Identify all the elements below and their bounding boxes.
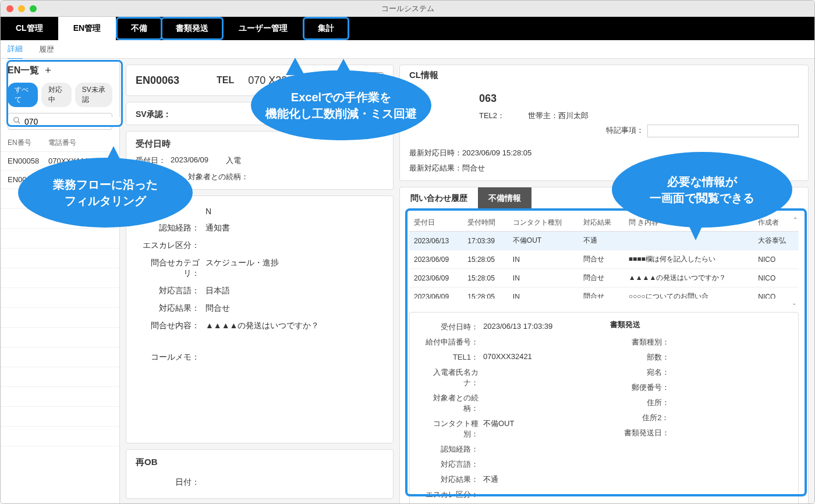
filter-sv-unapproved[interactable]: SV未承認: [75, 83, 112, 107]
list-item[interactable]: [1, 249, 119, 268]
tab-cl[interactable]: CL管理: [1, 17, 58, 40]
filter-in-progress[interactable]: 対応中: [41, 83, 72, 107]
chevron-down-icon[interactable]: ⌄: [409, 299, 799, 307]
tel-label: TEL: [217, 75, 234, 86]
search-box[interactable]: ✕: [8, 113, 112, 130]
sub-nav: 詳細 履歴: [1, 40, 814, 59]
search-icon: [13, 116, 21, 126]
list-item[interactable]: [1, 407, 119, 427]
col-en: EN番号: [8, 138, 48, 148]
tab-fubi-info[interactable]: 不備情報: [478, 187, 531, 210]
list-item[interactable]: [1, 367, 119, 387]
reob-panel: 再OB 日付：: [126, 449, 394, 499]
shorui-title: 書類発送: [610, 320, 789, 330]
svg-line-1: [18, 122, 20, 124]
list-item[interactable]: [1, 308, 119, 328]
table-row[interactable]: 2023/06/0915:28:05IN問合せ■■■■欄は何を記入したらいNIC…: [409, 250, 799, 269]
list-item[interactable]: [1, 328, 119, 347]
en-fields-panel: N 認知経路：通知書 エスカレ区分： 問合せカテゴリ：スケジュール・進捗 対応言…: [126, 196, 394, 443]
close-icon[interactable]: [6, 5, 13, 12]
list-item[interactable]: [1, 229, 119, 249]
list-item[interactable]: [1, 268, 119, 288]
window-controls: [6, 5, 37, 12]
chevron-up-icon[interactable]: ⌃: [793, 216, 798, 223]
sidebar: EN一覧 + すべて 対応中 SV未承認 ✕ EN番号 電: [1, 59, 120, 504]
top-nav: CL管理 EN管理 不備 書類発送 ユーザー管理 集計: [1, 17, 814, 40]
table-row[interactable]: 2023/06/0915:28:05IN問合せ○○○○についてのお問い合NICO: [409, 288, 799, 299]
list-item[interactable]: [1, 427, 119, 446]
window-title: コールシステム: [381, 3, 434, 14]
callout-bubble: Excelでの手作業を 機能化し工数削減・ミス回避: [251, 70, 431, 140]
history-panel: 問い合わせ履歴 不備情報 ⌃ 受付日 受付時間 コンタクト種別 対応結果 問 き…: [399, 187, 809, 504]
list-item[interactable]: [1, 288, 119, 308]
callout-bubble: 必要な情報が 一画面で閲覧できる: [612, 152, 792, 228]
tab-inquiry-history[interactable]: 問い合わせ履歴: [400, 187, 478, 210]
en-id: EN00063: [136, 74, 179, 87]
history-table: 受付日 受付時間 コンタクト種別 対応結果 問 き内容 作成者 2023/06/…: [409, 214, 799, 299]
svg-point-0: [14, 118, 19, 122]
filter-all[interactable]: すべて: [8, 83, 38, 107]
minimize-icon[interactable]: [18, 5, 25, 12]
col-tel: 電話番号: [48, 138, 112, 148]
sidebar-title: EN一覧: [8, 65, 39, 77]
add-icon[interactable]: +: [45, 65, 51, 77]
search-input[interactable]: [24, 117, 126, 126]
tab-user[interactable]: ユーザー管理: [224, 17, 303, 40]
maximize-icon[interactable]: [30, 5, 37, 12]
tab-en[interactable]: EN管理: [58, 17, 116, 40]
subtab-history[interactable]: 履歴: [39, 40, 54, 59]
tab-shorui[interactable]: 書類発送: [161, 17, 224, 40]
reob-title: 再OB: [136, 457, 384, 468]
titlebar: コールシステム: [1, 1, 814, 17]
subtab-detail[interactable]: 詳細: [8, 40, 23, 59]
list-item[interactable]: [1, 347, 119, 367]
tab-fubi[interactable]: 不備: [116, 17, 162, 40]
table-row[interactable]: 2023/06/0915:28:05IN問合せ▲▲▲▲の発送はいつですか？NIC…: [409, 269, 799, 288]
tab-shukei[interactable]: 集計: [303, 17, 349, 40]
table-row[interactable]: 2023/06/1317:03:39不備OUT不通大谷泰弘: [409, 232, 799, 250]
cl-info-title: CL情報: [400, 65, 808, 86]
list-header: EN番号 電話番号: [1, 134, 119, 152]
history-detail-panel: 受付日時：2023/06/13 17:03:39 給付申請番号： TEL1：07…: [409, 312, 799, 504]
list-item[interactable]: [1, 387, 119, 407]
callout-bubble: 業務フローに沿った フィルタリング: [18, 158, 193, 228]
